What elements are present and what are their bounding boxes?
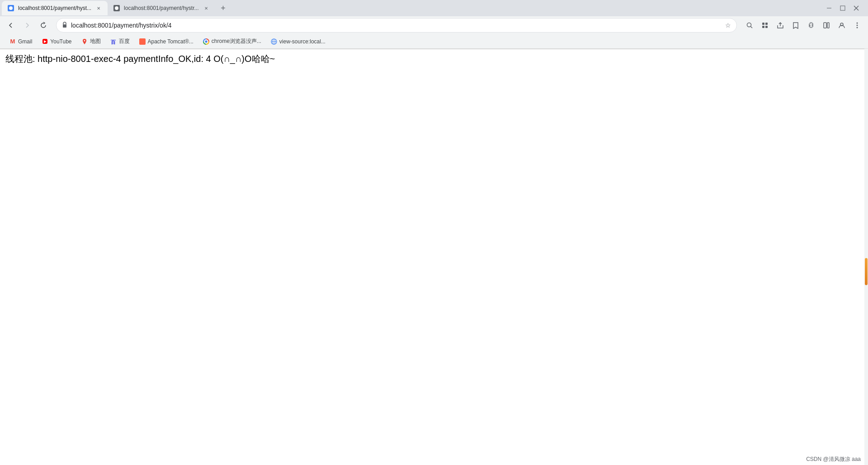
tomcat-favicon: [139, 38, 146, 45]
svg-point-17: [84, 40, 85, 41]
toolbar-actions: [742, 18, 864, 33]
tab-active-close[interactable]: ✕: [95, 5, 102, 12]
svg-text:百: 百: [111, 39, 116, 45]
bookmarks-bar: M Gmail ▶ YouTube 地图 百: [0, 34, 868, 49]
lock-icon: [62, 22, 67, 29]
search-icon[interactable]: [742, 18, 757, 33]
svg-point-5: [747, 23, 751, 27]
svg-rect-9: [762, 26, 764, 28]
tab-inactive[interactable]: localhost:8001/payment/hystr... ✕: [108, 1, 215, 15]
menu-icon[interactable]: [850, 18, 864, 33]
bookmark-view-source[interactable]: view-source:local...: [267, 36, 329, 47]
chrome-sound-label: chrome浏览器没声...: [212, 38, 261, 45]
bookmark-tomcat[interactable]: Apache Tomcat®...: [135, 36, 197, 47]
window-controls: [823, 2, 866, 14]
svg-rect-4: [63, 24, 66, 28]
svg-rect-8: [765, 23, 768, 25]
new-tab-button[interactable]: +: [217, 2, 230, 14]
scrollbar-thumb[interactable]: [865, 258, 868, 285]
gmail-favicon: M: [9, 38, 16, 45]
tab-active-favicon: [7, 5, 14, 12]
address-text: localhost:8001/payment/hystrix/ok/4: [71, 22, 722, 29]
svg-rect-12: [827, 23, 829, 28]
maps-label: 地图: [90, 38, 101, 45]
bookmark-maps[interactable]: 地图: [77, 36, 104, 47]
browser-action-icon[interactable]: [758, 18, 772, 33]
svg-point-20: [205, 40, 207, 42]
reading-list-icon[interactable]: [819, 18, 834, 33]
bookmark-icon[interactable]: [788, 18, 803, 33]
svg-rect-0: [827, 8, 831, 9]
maps-favicon: [81, 38, 88, 45]
baidu-label: 百度: [119, 38, 130, 45]
svg-point-15: [857, 25, 858, 26]
tab-inactive-title: localhost:8001/payment/hystr...: [124, 5, 198, 11]
bookmark-youtube[interactable]: ▶ YouTube: [38, 36, 75, 47]
gmail-label: Gmail: [18, 38, 32, 45]
reload-button[interactable]: [36, 18, 51, 33]
svg-line-6: [751, 27, 753, 28]
tab-bar: localhost:8001/payment/hyst... ✕ localho…: [0, 0, 868, 16]
tab-active-title: localhost:8001/payment/hyst...: [18, 5, 91, 11]
svg-point-16: [857, 27, 858, 28]
svg-rect-11: [824, 23, 826, 28]
star-icon[interactable]: ☆: [725, 22, 731, 29]
youtube-favicon: ▶: [41, 38, 48, 45]
baidu-favicon: 百: [110, 38, 117, 45]
view-source-favicon: [270, 38, 278, 45]
back-button[interactable]: [4, 18, 18, 33]
bookmark-chrome-sound[interactable]: chrome浏览器没声...: [199, 36, 265, 47]
close-button[interactable]: [850, 2, 863, 14]
maximize-button[interactable]: [836, 2, 849, 14]
bottom-bar: CSDN @清风微凉 aaa: [799, 454, 868, 465]
bookmark-gmail[interactable]: M Gmail: [5, 36, 36, 47]
bottom-bar-text: CSDN @清风微凉 aaa: [806, 456, 861, 462]
forward-button[interactable]: [20, 18, 34, 33]
svg-point-14: [857, 23, 858, 24]
tab-inactive-favicon: [113, 5, 120, 12]
svg-rect-7: [762, 23, 764, 25]
tomcat-label: Apache Tomcat®...: [148, 38, 193, 45]
tab-inactive-close[interactable]: ✕: [203, 5, 210, 12]
share-icon[interactable]: [773, 18, 788, 33]
svg-rect-10: [765, 26, 768, 28]
chrome-sound-favicon: [203, 38, 210, 45]
page-main-text: 线程池: http-nio-8001-exec-4 paymentInfo_OK…: [5, 54, 275, 64]
address-bar-container: localhost:8001/payment/hystrix/ok/4 ☆: [56, 18, 737, 33]
profile-icon[interactable]: [835, 18, 849, 33]
address-bar[interactable]: localhost:8001/payment/hystrix/ok/4 ☆: [56, 18, 737, 33]
tab-active[interactable]: localhost:8001/payment/hyst... ✕: [2, 1, 108, 15]
svg-rect-1: [840, 6, 845, 10]
bookmark-baidu[interactable]: 百 百度: [106, 36, 133, 47]
minimize-button[interactable]: [823, 2, 835, 14]
toolbar: localhost:8001/payment/hystrix/ok/4 ☆: [0, 16, 868, 34]
extensions-icon[interactable]: [804, 18, 818, 33]
view-source-label: view-source:local...: [279, 38, 326, 45]
youtube-label: YouTube: [50, 38, 71, 45]
scrollbar[interactable]: [864, 49, 868, 465]
browser-chrome: localhost:8001/payment/hyst... ✕ localho…: [0, 0, 868, 49]
page-content: 线程池: http-nio-8001-exec-4 paymentInfo_OK…: [0, 49, 868, 69]
